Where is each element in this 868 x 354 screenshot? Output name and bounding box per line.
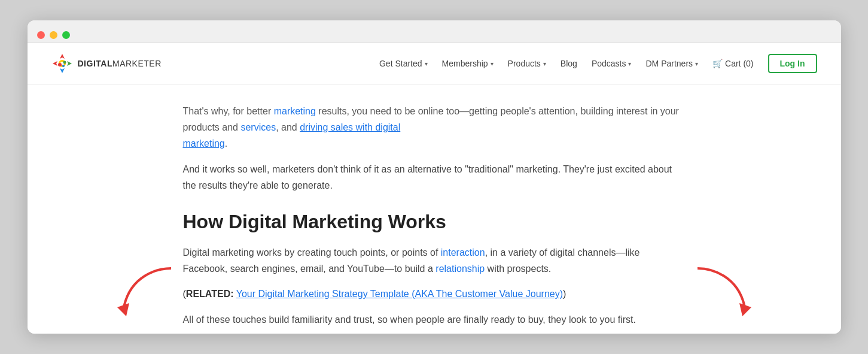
logo-icon [51, 53, 73, 74]
services-link[interactable]: services [240, 122, 276, 132]
maximize-button[interactable] [62, 31, 70, 39]
driving-sales-link[interactable]: driving sales with digitalmarketing [183, 122, 401, 149]
intro-section: That's why, for better marketing results… [183, 85, 686, 334]
browser-window: DIGITALMARKETER Get Started ▾ Membership… [28, 20, 841, 334]
nav-podcasts[interactable]: Podcasts ▾ [592, 59, 632, 68]
related-bold: RELATED: [186, 289, 234, 299]
right-arrow [686, 262, 757, 322]
left-arrow [111, 262, 183, 322]
nav-dm-partners[interactable]: DM Partners ▾ [645, 59, 698, 68]
nav-get-started[interactable]: Get Started ▾ [379, 59, 428, 68]
cart-icon: 🛒 [712, 59, 723, 68]
second-paragraph: And it works so well, marketers don't th… [183, 161, 686, 193]
chevron-down-icon: ▾ [695, 60, 698, 67]
nav-products[interactable]: Products ▾ [508, 59, 546, 68]
nav-blog[interactable]: Blog [561, 59, 577, 68]
svg-point-3 [58, 63, 62, 66]
close-button[interactable] [37, 31, 45, 39]
cart-button[interactable]: 🛒 Cart (0) [712, 59, 753, 68]
svg-point-5 [62, 65, 65, 67]
intro-paragraph-1: That's why, for better marketing results… [183, 103, 686, 152]
chevron-down-icon: ▾ [425, 60, 428, 67]
svg-point-4 [63, 61, 66, 64]
related-link[interactable]: Your Digital Marketing Strategy Template… [236, 289, 563, 299]
logo[interactable]: DIGITALMARKETER [51, 53, 162, 74]
interaction-link[interactable]: interaction [441, 247, 485, 258]
nav-membership[interactable]: Membership ▾ [442, 59, 494, 68]
browser-chrome [28, 20, 841, 43]
chevron-down-icon: ▾ [543, 60, 546, 67]
navbar: DIGITALMARKETER Get Started ▾ Membership… [28, 43, 841, 85]
marketing-link-1[interactable]: marketing [274, 106, 316, 116]
chevron-down-icon: ▾ [628, 60, 631, 67]
section-paragraph: Digital marketing works by creating touc… [183, 244, 686, 277]
minimize-button[interactable] [50, 31, 57, 39]
closing-paragraph: All of these touches build familiarity a… [183, 311, 686, 328]
logo-text: DIGITALMARKETER [78, 59, 162, 68]
page-content: DIGITALMARKETER Get Started ▾ Membership… [28, 43, 841, 334]
section-heading: How Digital Marketing Works [183, 210, 686, 233]
chevron-down-icon: ▾ [491, 60, 494, 67]
relationship-link[interactable]: relationship [435, 264, 485, 274]
related-box: (RELATED: Your Digital Marketing Strateg… [183, 289, 686, 299]
nav-links: Get Started ▾ Membership ▾ Products ▾ Bl… [379, 54, 817, 73]
arrows-section: Digital marketing works by creating touc… [183, 244, 686, 299]
login-button[interactable]: Log In [768, 54, 817, 73]
